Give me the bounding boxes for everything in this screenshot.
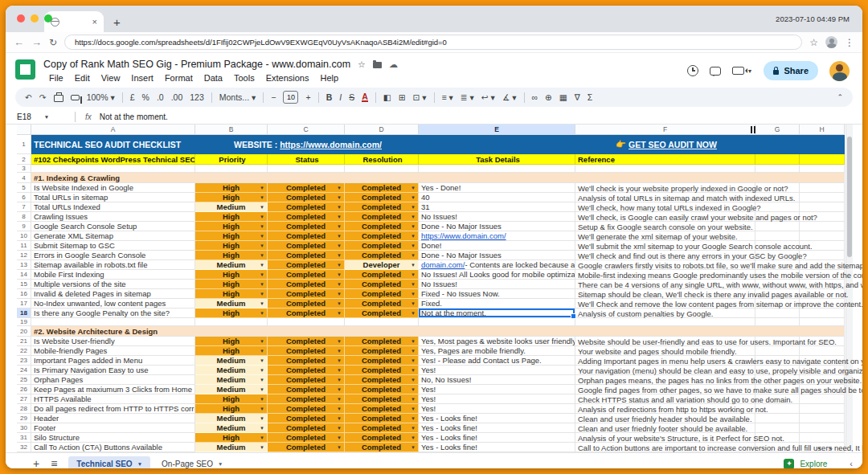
priority-cell[interactable]: High▼ [195,346,268,356]
priority-cell[interactable]: High▼ [195,270,268,280]
status-cell[interactable]: Completed▼ [268,241,345,251]
bookmark-star-icon[interactable]: ☆ [809,37,818,48]
dropdown-arrow-icon[interactable]: ▼ [337,367,342,372]
resolution-cell[interactable]: Completed▼ [345,183,419,193]
resolution-cell[interactable]: Completed▼ [345,231,419,241]
font-size-input[interactable]: 10 [283,91,298,104]
section-header-cell[interactable]: #2. Website Architecture & Design [31,326,845,337]
dropdown-arrow-icon[interactable]: ▼ [411,386,416,391]
column-header-C[interactable]: C [268,125,345,135]
reference-cell[interactable]: Mobile-first indexing means Google predo… [575,270,755,280]
details-cell[interactable]: Yes! [419,394,575,404]
dropdown-arrow-icon[interactable]: ▼ [411,233,416,238]
status-cell[interactable]: Completed▼ [268,289,345,299]
status-cell[interactable]: Completed▼ [268,337,345,346]
priority-cell[interactable]: High▼ [195,289,268,299]
task-cell[interactable]: Is there any Google Penalty on the site? [31,309,195,318]
empty-cell[interactable] [800,404,845,414]
priority-cell[interactable]: Medium▼ [195,299,268,309]
spreadsheet-grid[interactable]: ABCDEFGH1TECHNICAL SEO AUDIT CHECKLISTWE… [6,125,862,452]
more-formats-button[interactable]: 123 [190,92,204,102]
row-header-22[interactable]: 22 [17,346,31,356]
task-cell[interactable]: Google Search Console Setup [31,222,195,231]
details-cell[interactable]: Fixed - No Issues Now. [419,289,575,299]
dropdown-arrow-icon[interactable]: ▼ [337,272,342,276]
empty-cell[interactable] [755,318,800,326]
horizontal-align-icon[interactable]: ≡ ▾ [442,92,453,102]
priority-cell[interactable]: Medium▼ [195,366,268,375]
dropdown-arrow-icon[interactable]: ▼ [337,233,342,238]
empty-cell[interactable] [755,346,800,356]
dropdown-arrow-icon[interactable]: ▼ [260,367,264,372]
empty-cell[interactable] [755,165,800,173]
resolution-cell[interactable]: Completed▼ [345,289,419,299]
header-resolution[interactable]: Resolution [345,154,419,165]
row-header-23[interactable]: 23 [17,356,31,366]
reference-cell[interactable]: We'll check is your website properly ind… [575,183,755,193]
empty-cell[interactable] [800,433,845,443]
borders-icon[interactable]: ⊞ [399,92,406,102]
dropdown-arrow-icon[interactable]: ▼ [337,425,342,430]
dropdown-arrow-icon[interactable]: ▼ [337,223,342,228]
selected-cell[interactable]: Not at the moment. [419,309,575,318]
dropdown-arrow-icon[interactable]: ▼ [337,386,342,391]
row-header-29[interactable]: 29 [17,414,31,423]
details-cell[interactable]: Yes, Most pages & website looks user fri… [419,337,575,346]
resolution-cell[interactable]: Developer▼ [345,260,419,270]
details-cell[interactable]: domain.com/ - Contents are locked becaus… [419,260,575,270]
dropdown-arrow-icon[interactable]: ▼ [337,252,342,257]
sheet-tab-on-page-seo[interactable]: On-Page SEO▼ [162,460,223,468]
row-header-13[interactable]: 13 [17,260,31,270]
row-header-2[interactable]: 2 [17,154,31,165]
move-to-folder-icon[interactable] [373,62,382,68]
status-cell[interactable]: Completed▼ [268,222,345,231]
task-cell[interactable]: Submit Sitemap to GSC [31,241,195,251]
row-header-21[interactable]: 21 [17,337,31,346]
status-cell[interactable]: Completed▼ [268,366,345,375]
menu-edit[interactable]: Edit [69,73,96,83]
status-cell[interactable]: Completed▼ [268,260,345,270]
status-cell[interactable]: Completed▼ [268,212,345,222]
dropdown-arrow-icon[interactable]: ▼ [337,214,342,219]
insert-chart-icon[interactable]: ▦ [559,92,567,102]
row-header-3[interactable]: 3 [17,165,31,173]
reference-cell[interactable]: Analysis of custom penalties by Google. [575,309,755,318]
browser-menu-icon[interactable]: ⋮ [845,37,854,48]
empty-cell[interactable] [31,318,195,326]
details-cell[interactable]: Yes! - Please add Contact us Page. [419,356,575,366]
empty-cell[interactable] [575,318,755,326]
dropdown-arrow-icon[interactable]: ▼ [337,406,342,411]
task-cell[interactable]: Multiple versions of the site [31,280,195,289]
dropdown-arrow-icon[interactable]: ▼ [337,435,342,439]
row-header-30[interactable]: 30 [17,423,31,433]
resolution-cell[interactable]: Completed▼ [345,337,419,346]
dropdown-arrow-icon[interactable]: ▼ [411,367,416,372]
empty-cell[interactable] [345,318,419,326]
dropdown-arrow-icon[interactable]: ▼ [411,396,416,401]
increase-font-size-button[interactable]: + [305,92,310,102]
dropdown-arrow-icon[interactable]: ▼ [411,243,416,247]
reference-cell[interactable]: There can be 4 versions of any single UR… [575,280,755,289]
task-cell[interactable]: Keep Pages at maxiumum 3 Clicks from Hom… [31,385,195,394]
empty-cell[interactable] [268,165,345,173]
details-cell[interactable]: Yes - Done! [419,183,575,193]
row-header-12[interactable]: 12 [17,251,31,260]
row-header-4[interactable]: 4 [17,173,31,183]
details-cell[interactable]: Done! [419,241,575,251]
reference-cell[interactable]: We'll submit the xml sitemap to your Goo… [575,241,755,251]
status-cell[interactable]: Completed▼ [268,193,345,202]
dropdown-arrow-icon[interactable]: ▼ [411,415,416,420]
dropdown-arrow-icon[interactable]: ▼ [337,377,342,382]
resolution-cell[interactable]: Completed▼ [345,280,419,289]
dropdown-arrow-icon[interactable]: ▼ [260,406,264,411]
resolution-cell[interactable]: Completed▼ [345,193,419,202]
share-button[interactable]: Share [764,61,818,80]
task-cell[interactable]: Errors in Google Search Console [31,251,195,260]
status-cell[interactable]: Completed▼ [268,356,345,366]
task-cell[interactable]: Total URLs in sitemap [31,193,195,202]
reference-cell[interactable]: We'll generate the xml sitemap of your w… [575,231,755,241]
reference-cell[interactable]: We'll check, how many total URLs indexed… [575,202,755,212]
details-link[interactable]: https://www.domain.com/ [421,231,506,240]
dropdown-arrow-icon[interactable]: ▼ [260,194,264,199]
dropdown-arrow-icon[interactable]: ▼ [411,348,416,353]
